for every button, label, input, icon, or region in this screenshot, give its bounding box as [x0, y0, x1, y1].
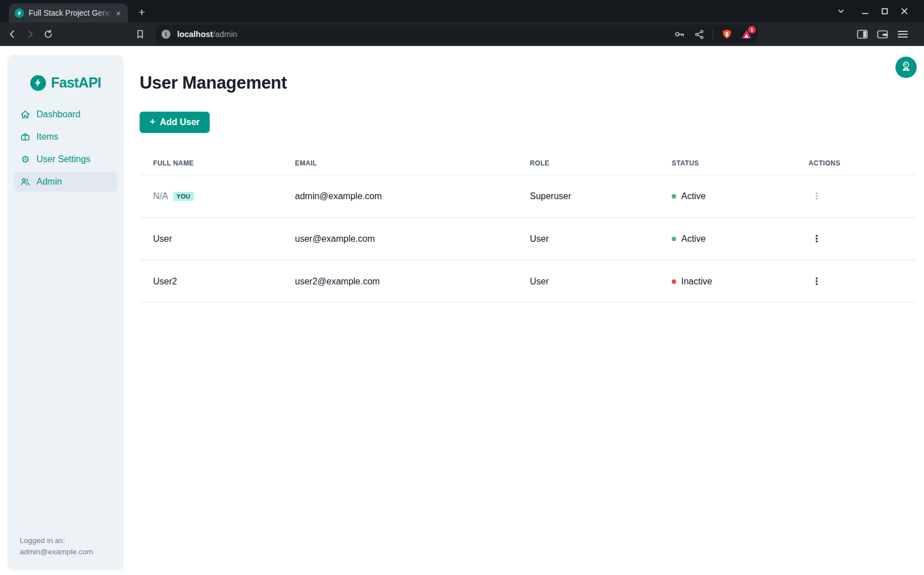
browser-toolbar: i localhost/admin 1 — [0, 22, 924, 46]
cell-full-name: User — [153, 234, 172, 243]
rewards-badge: 1 — [748, 26, 756, 34]
bookmark-icon[interactable] — [133, 27, 147, 41]
sidebar-item-items[interactable]: Items — [14, 127, 117, 147]
briefcase-icon — [20, 132, 30, 142]
cell-email: user2@example.com — [281, 260, 516, 303]
reload-icon[interactable] — [41, 27, 55, 41]
new-tab-button[interactable]: + — [135, 5, 149, 20]
address-bar[interactable]: i localhost/admin 1 — [156, 25, 758, 44]
brave-rewards-icon[interactable]: 1 — [740, 28, 752, 40]
brave-shield-icon[interactable] — [720, 28, 733, 40]
page-title: User Management — [140, 73, 917, 93]
logged-in-email: admin@example.com — [20, 546, 93, 558]
toolbar-divider — [713, 29, 713, 39]
home-icon — [20, 109, 30, 119]
gear-icon: ⚙ — [20, 154, 30, 164]
sidebar-item-label: User Settings — [36, 154, 90, 164]
cell-role: User — [516, 218, 658, 260]
sidebar-item-label: Dashboard — [36, 109, 80, 119]
col-header-email: EMAIL — [281, 151, 516, 175]
table-row: User2 user2@example.com User Inactive ⋮ — [140, 260, 917, 303]
cell-full-name: User2 — [153, 277, 177, 286]
add-user-label: Add User — [160, 117, 200, 127]
sidebar-item-label: Admin — [36, 177, 62, 187]
table-header-row: FULL NAME EMAIL ROLE STATUS ACTIONS — [140, 151, 917, 175]
forward-icon[interactable] — [24, 27, 37, 41]
page-content: FastAPI Dashboard Items ⚙ User Settings — [0, 46, 924, 575]
cell-role: User — [516, 260, 658, 303]
row-actions-menu-icon: ⋮ — [808, 190, 825, 202]
fastapi-bolt-icon — [30, 75, 46, 91]
you-badge: YOU — [173, 192, 194, 201]
window-maximize-button[interactable] — [877, 4, 892, 19]
status-dot — [672, 279, 676, 284]
share-icon[interactable] — [693, 28, 705, 40]
table-row: User user@example.com User Active ⋮ — [140, 218, 917, 260]
back-icon[interactable] — [6, 27, 19, 41]
main-panel: User Management + Add User FULL NAME EMA… — [124, 46, 924, 575]
sidebar-panel-icon[interactable] — [856, 27, 869, 41]
plus-icon: + — [150, 116, 155, 127]
window-minimize-button[interactable] — [858, 4, 872, 19]
tab-title: Full Stack Project Genera — [29, 8, 112, 17]
logo-text: FastAPI — [51, 75, 101, 91]
users-icon — [20, 177, 30, 187]
logged-in-label: Logged in as: — [20, 535, 93, 546]
wallet-icon[interactable] — [876, 27, 889, 41]
sidebar-item-user-settings[interactable]: ⚙ User Settings — [14, 149, 117, 169]
status-dot — [672, 237, 676, 241]
cell-status: Active — [681, 234, 706, 244]
url-text: localhost/admin — [177, 30, 237, 39]
browser-tab[interactable]: Full Stack Project Genera × — [9, 3, 128, 22]
sidebar-item-dashboard[interactable]: Dashboard — [14, 104, 117, 125]
add-user-button[interactable]: + Add User — [140, 112, 210, 133]
sidebar-item-label: Items — [36, 132, 58, 142]
key-icon[interactable] — [673, 28, 686, 40]
user-astronaut-icon — [900, 61, 912, 74]
sidebar-item-admin[interactable]: Admin — [14, 172, 117, 192]
window-close-button[interactable] — [897, 4, 912, 19]
cell-email: admin@example.com — [281, 175, 516, 218]
col-header-status: STATUS — [658, 151, 795, 175]
col-header-full-name: FULL NAME — [140, 151, 281, 175]
status-dot — [672, 194, 676, 199]
sidebar-nav: Dashboard Items ⚙ User Settings Admin — [14, 104, 117, 192]
cell-status: Inactive — [681, 277, 712, 287]
row-actions-menu-icon[interactable]: ⋮ — [808, 275, 825, 287]
cell-full-name: N/A — [153, 191, 168, 201]
col-header-actions: ACTIONS — [795, 151, 917, 175]
url-path: /admin — [213, 30, 238, 39]
menu-icon[interactable] — [896, 27, 909, 41]
users-table: FULL NAME EMAIL ROLE STATUS ACTIONS N/AY… — [140, 151, 917, 303]
user-menu-button[interactable] — [895, 57, 917, 78]
sidebar: FastAPI Dashboard Items ⚙ User Settings — [7, 55, 124, 571]
col-header-role: ROLE — [516, 151, 658, 175]
table-row: N/AYOU admin@example.com Superuser Activ… — [140, 175, 917, 218]
site-info-icon[interactable]: i — [161, 30, 170, 39]
url-host: localhost — [177, 30, 213, 39]
logged-in-info: Logged in as: admin@example.com — [20, 535, 93, 558]
fastapi-favicon-icon — [15, 8, 24, 18]
fastapi-logo: FastAPI — [7, 55, 124, 91]
tab-close-icon[interactable]: × — [113, 8, 123, 18]
cell-role: Superuser — [516, 175, 658, 218]
cell-status: Active — [681, 191, 706, 201]
cell-email: user@example.com — [281, 218, 516, 260]
tab-search-chevron-icon[interactable] — [834, 4, 848, 19]
row-actions-menu-icon[interactable]: ⋮ — [808, 233, 825, 245]
tab-strip: Full Stack Project Genera × + — [0, 0, 924, 22]
